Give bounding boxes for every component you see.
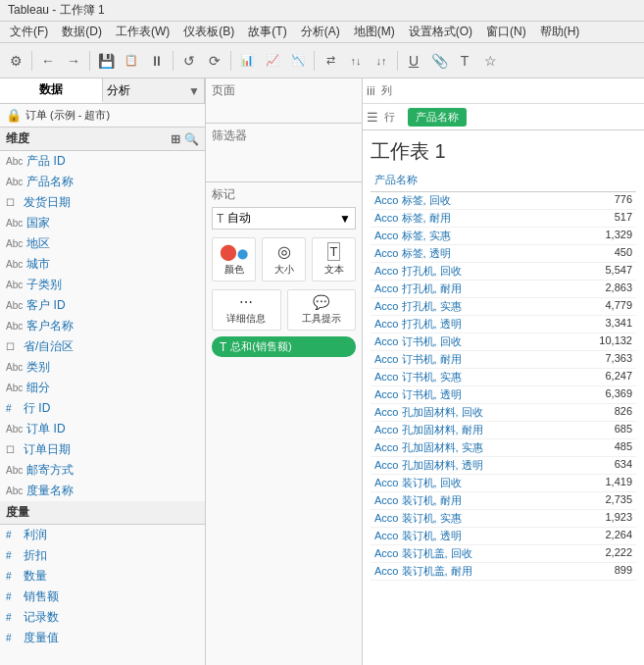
toolbar-chart3-btn[interactable]: 📉 bbox=[286, 49, 310, 73]
detail-btn[interactable]: ⋯ 详细信息 bbox=[212, 289, 281, 331]
menu-worksheet[interactable]: 工作表(W) bbox=[110, 22, 175, 42]
table-row[interactable]: Acco 孔加固材料, 耐用685 bbox=[371, 422, 636, 439]
table-row[interactable]: Acco 订书机, 回收10,132 bbox=[371, 333, 636, 351]
measure-type-icon: # bbox=[6, 571, 20, 582]
table-row[interactable]: Acco 标签, 耐用517 bbox=[371, 210, 636, 228]
size-btn[interactable]: ◎ 大小 bbox=[262, 237, 306, 281]
toolbar-label-btn[interactable]: U bbox=[402, 49, 425, 73]
table-row[interactable]: Acco 标签, 透明450 bbox=[371, 245, 636, 263]
toolbar-sort1-btn[interactable]: ↑↓ bbox=[344, 49, 368, 73]
dim-measure-names[interactable]: Abc 度量名称 bbox=[0, 481, 205, 501]
table-row[interactable]: Acco 孔加固材料, 透明634 bbox=[371, 457, 636, 475]
table-row[interactable]: Acco 打孔机, 耐用2,863 bbox=[371, 281, 636, 298]
measure-sales[interactable]: # 销售额 bbox=[0, 587, 205, 607]
dim-country[interactable]: Abc 国家 bbox=[0, 213, 205, 233]
columns-shelf[interactable]: iii 列 bbox=[363, 78, 644, 104]
toolbar-back-btn[interactable]: ← bbox=[36, 49, 60, 73]
toolbar-save-btn[interactable]: 💾 bbox=[94, 49, 118, 73]
menu-help[interactable]: 帮助(H) bbox=[534, 22, 586, 42]
toolbar-sep-2 bbox=[89, 51, 90, 71]
rows-product-name-pill[interactable]: 产品名称 bbox=[408, 108, 467, 127]
dim-type-icon: Abc bbox=[6, 177, 23, 187]
marks-type-selector[interactable]: T 自动 ▼ bbox=[212, 207, 356, 230]
table-row[interactable]: Acco 孔加固材料, 回收826 bbox=[371, 404, 636, 422]
toolbar-forward-btn[interactable]: → bbox=[62, 49, 85, 73]
dim-category[interactable]: Abc 类别 bbox=[0, 357, 205, 378]
toolbar-settings-btn[interactable]: ⚙ bbox=[4, 49, 27, 73]
toolbar-new-ds-btn[interactable]: 📋 bbox=[120, 49, 143, 73]
tab-analysis[interactable]: 分析 ▼ bbox=[103, 78, 206, 103]
toolbar-swap-btn[interactable]: ⇄ bbox=[319, 49, 342, 73]
menu-data[interactable]: 数据(D) bbox=[56, 22, 108, 42]
toolbar-chart1-btn[interactable]: 📊 bbox=[235, 49, 259, 73]
menu-story[interactable]: 故事(T) bbox=[242, 22, 292, 42]
toolbar-pause-btn[interactable]: ⏸ bbox=[145, 49, 169, 73]
dim-type-icon: Abc bbox=[6, 362, 23, 373]
dim-row-id[interactable]: # 行 ID bbox=[0, 398, 205, 419]
table-row[interactable]: Acco 打孔机, 透明3,341 bbox=[371, 316, 636, 333]
dim-product-id[interactable]: Abc 产品 ID bbox=[0, 151, 205, 172]
table-row[interactable]: Acco 装订机, 回收1,419 bbox=[371, 475, 636, 492]
dim-city[interactable]: Abc 城市 bbox=[0, 254, 205, 275]
toolbar-redo-btn[interactable]: ⟳ bbox=[203, 49, 226, 73]
dim-province[interactable]: ☐ 省/自治区 bbox=[0, 336, 205, 357]
dim-ship-date[interactable]: ☐ 发货日期 bbox=[0, 192, 205, 213]
dim-subcategory[interactable]: Abc 子类别 bbox=[0, 275, 205, 295]
toolbar-text-btn[interactable]: T bbox=[453, 49, 476, 73]
table-row[interactable]: Acco 订书机, 耐用7,363 bbox=[371, 351, 636, 369]
color-btn[interactable]: ⬤⬤ 颜色 bbox=[212, 237, 256, 281]
dim-ship-mode[interactable]: Abc 邮寄方式 bbox=[0, 460, 205, 481]
marks-type-t-icon: T bbox=[217, 212, 223, 226]
toolbar-star-btn[interactable]: ☆ bbox=[478, 49, 502, 73]
table-row[interactable]: Acco 装订机, 耐用2,735 bbox=[371, 492, 636, 510]
dim-customer-id[interactable]: Abc 客户 ID bbox=[0, 295, 205, 316]
dim-order-date[interactable]: ☐ 订单日期 bbox=[0, 439, 205, 460]
row-product-name: Acco 订书机, 实惠 bbox=[374, 370, 462, 384]
toolbar-attach-btn[interactable]: 📎 bbox=[427, 49, 451, 73]
tab-data[interactable]: 数据 bbox=[0, 78, 103, 103]
row-value: 685 bbox=[583, 423, 632, 437]
row-value: 776 bbox=[583, 193, 632, 208]
measure-measure-values[interactable]: # 度量值 bbox=[0, 628, 205, 648]
text-btn[interactable]: T 文本 bbox=[312, 237, 356, 281]
sum-pill[interactable]: T 总和(销售额) bbox=[212, 336, 356, 357]
table-row[interactable]: Acco 装订机, 透明2,264 bbox=[371, 528, 636, 545]
table-row[interactable]: Acco 打孔机, 回收5,547 bbox=[371, 263, 636, 281]
measure-discount[interactable]: # 折扣 bbox=[0, 545, 205, 566]
table-row[interactable]: Acco 订书机, 透明6,369 bbox=[371, 386, 636, 404]
table-row[interactable]: Acco 标签, 回收776 bbox=[371, 192, 636, 210]
menu-analysis[interactable]: 分析(A) bbox=[295, 22, 346, 42]
rows-shelf[interactable]: ☰ 行 产品名称 bbox=[363, 104, 644, 129]
table-row[interactable]: Acco 装订机盖, 回收2,222 bbox=[371, 545, 636, 563]
toolbar-chart2-btn[interactable]: 📈 bbox=[261, 49, 284, 73]
dim-region[interactable]: Abc 地区 bbox=[0, 233, 205, 254]
tooltip-btn[interactable]: 💬 工具提示 bbox=[287, 289, 357, 331]
table-row[interactable]: Acco 装订机, 实惠1,923 bbox=[371, 510, 636, 528]
table-row[interactable]: Acco 打孔机, 实惠4,779 bbox=[371, 298, 636, 316]
dim-segment[interactable]: Abc 细分 bbox=[0, 378, 205, 398]
table-row[interactable]: Acco 订书机, 实惠6,247 bbox=[371, 369, 636, 386]
menu-format[interactable]: 设置格式(O) bbox=[403, 22, 478, 42]
dim-order-id[interactable]: Abc 订单 ID bbox=[0, 419, 205, 439]
dim-product-name[interactable]: Abc 产品名称 bbox=[0, 172, 205, 192]
dim-header-icons[interactable]: ⊞ 🔍 bbox=[171, 132, 199, 146]
measure-profit[interactable]: # 利润 bbox=[0, 525, 205, 545]
toolbar-sort2-btn[interactable]: ↓↑ bbox=[370, 49, 393, 73]
menu-dashboard[interactable]: 仪表板(B) bbox=[177, 22, 240, 42]
dim-customer-name[interactable]: Abc 客户名称 bbox=[0, 316, 205, 336]
menu-window[interactable]: 窗口(N) bbox=[480, 22, 532, 42]
menu-file[interactable]: 文件(F) bbox=[4, 22, 54, 42]
measure-quantity[interactable]: # 数量 bbox=[0, 566, 205, 587]
search-icon[interactable]: 🔍 bbox=[184, 132, 199, 146]
database-icon: 🔒 bbox=[6, 108, 22, 123]
dim-type-icon: ☐ bbox=[6, 444, 20, 455]
table-row[interactable]: Acco 装订机盖, 耐用899 bbox=[371, 563, 636, 581]
table-row[interactable]: Acco 孔加固材料, 实惠485 bbox=[371, 439, 636, 457]
measure-count[interactable]: # 记录数 bbox=[0, 607, 205, 628]
toolbar-undo-btn[interactable]: ↺ bbox=[177, 49, 201, 73]
menu-map[interactable]: 地图(M) bbox=[348, 22, 401, 42]
table-scroll-area[interactable]: Acco 标签, 回收776Acco 标签, 耐用517Acco 标签, 实惠1… bbox=[371, 192, 636, 662]
data-source-label[interactable]: 🔒 订单 (示例 - 超市) bbox=[0, 104, 205, 128]
table-row[interactable]: Acco 标签, 实惠1,329 bbox=[371, 228, 636, 245]
title-bar: Tableau - 工作簿 1 bbox=[0, 0, 644, 22]
